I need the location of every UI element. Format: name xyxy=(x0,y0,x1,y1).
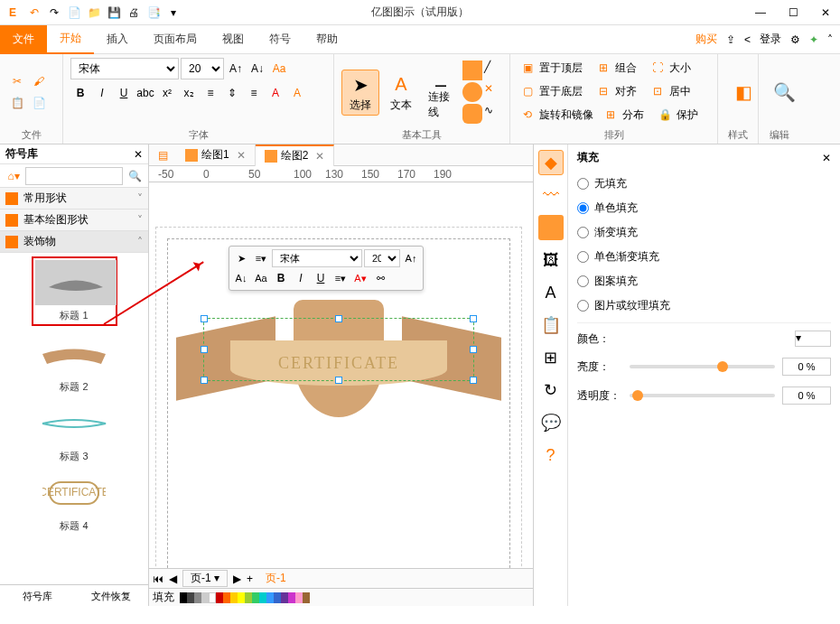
login-link[interactable]: 登录 xyxy=(760,32,781,47)
radio-picture-fill[interactable]: 图片或纹理填充 xyxy=(577,298,831,313)
bullets-icon[interactable]: ≡ xyxy=(201,83,220,103)
font-family-select[interactable]: 宋体 xyxy=(70,58,179,79)
style-button[interactable]: ◧ xyxy=(725,78,761,107)
font-size-select[interactable]: 20 xyxy=(181,58,224,79)
radio-solid-gradient-fill[interactable]: 单色渐变填充 xyxy=(577,249,831,265)
menu-symbol[interactable]: 符号 xyxy=(257,25,303,54)
buy-link[interactable]: 购买 xyxy=(695,32,717,47)
canvas[interactable]: CERTIFICATE ➤ ≡▾ 宋体 20 A↑ A↓ xyxy=(149,182,533,568)
open-icon[interactable]: 📁 xyxy=(85,4,103,22)
footer-tab-recovery[interactable]: 文件恢复 xyxy=(74,585,148,606)
add-page-button[interactable]: + xyxy=(247,573,253,585)
float-italic[interactable]: I xyxy=(292,269,310,287)
comments-tab-icon[interactable]: 💬 xyxy=(538,410,564,435)
layers-tab-icon[interactable]: ⊞ xyxy=(538,345,564,370)
floating-format-toolbar[interactable]: ➤ ≡▾ 宋体 20 A↑ A↓ Aa B I U ≡▾ A▾ ⚯ xyxy=(229,246,424,291)
close-tab-icon[interactable]: ✕ xyxy=(315,150,324,163)
lock-icon[interactable]: 🔒 xyxy=(655,105,675,125)
collapse-ribbon-icon[interactable]: ˄ xyxy=(827,33,833,46)
strike-button[interactable]: abc xyxy=(135,83,155,103)
float-link-icon[interactable]: ⚯ xyxy=(371,269,389,287)
menu-file[interactable]: 文件 xyxy=(0,25,47,54)
close-button[interactable]: ✕ xyxy=(815,6,836,19)
shadow-tab-icon[interactable] xyxy=(538,215,564,240)
align-icon[interactable]: ≡ xyxy=(244,83,264,103)
minimize-button[interactable]: — xyxy=(750,6,771,19)
rotate-icon[interactable]: ⟲ xyxy=(518,105,537,125)
page-next-icon[interactable]: ▶ xyxy=(233,573,241,585)
float-dec-font-icon[interactable]: A↓ xyxy=(232,269,250,287)
doc-tab-1[interactable]: 绘图1✕ xyxy=(176,144,256,166)
home-icon[interactable]: ⌂▾ xyxy=(4,166,23,186)
thumb-title-3[interactable]: 标题 3 xyxy=(32,399,117,465)
float-underline[interactable]: U xyxy=(312,269,330,287)
italic-button[interactable]: I xyxy=(92,83,112,103)
print-icon[interactable]: 🖨 xyxy=(125,4,143,22)
align-obj-icon[interactable]: ⊟ xyxy=(593,81,613,101)
group-icon[interactable]: ⊞ xyxy=(593,58,613,78)
fill-tab-icon[interactable]: ◆ xyxy=(538,150,564,175)
new-doc-icon[interactable]: 📄 xyxy=(65,4,83,22)
bring-front-icon[interactable]: ▣ xyxy=(518,58,537,78)
superscript-button[interactable]: x² xyxy=(157,83,177,103)
select-tool[interactable]: ➤选择 xyxy=(341,70,379,116)
qat-dropdown-icon[interactable]: ▾ xyxy=(164,4,182,22)
color-swatch[interactable]: ▾ xyxy=(795,331,831,347)
page-tab-1[interactable]: 页-1 xyxy=(258,571,294,586)
thumbnails-list[interactable]: 标题 1 标题 2 标题 3 CERTIFICATE 标题 4 xyxy=(0,253,148,584)
share2-icon[interactable]: < xyxy=(744,33,751,46)
radio-no-fill[interactable]: 无填充 xyxy=(577,176,831,191)
search-input[interactable] xyxy=(25,167,123,185)
shape-line[interactable]: ╱ xyxy=(484,61,504,80)
shape-cross[interactable]: ✕ xyxy=(484,82,504,102)
brightness-value[interactable]: 0 % xyxy=(782,358,831,376)
float-align-icon[interactable]: ≡▾ xyxy=(331,269,350,287)
float-case-icon[interactable]: Aa xyxy=(252,269,270,287)
send-back-icon[interactable]: ▢ xyxy=(518,81,537,101)
shape-rect[interactable] xyxy=(462,61,482,80)
decrease-font-icon[interactable]: A↓ xyxy=(247,59,267,79)
save-icon[interactable]: 💾 xyxy=(105,4,123,22)
brightness-slider[interactable] xyxy=(630,365,775,368)
tabs-menu-icon[interactable]: ▤ xyxy=(153,145,173,165)
opacity-slider[interactable] xyxy=(630,394,775,397)
float-size-select[interactable]: 20 xyxy=(364,249,400,267)
search-icon[interactable]: 🔍 xyxy=(125,166,145,186)
float-bold[interactable]: B xyxy=(272,269,290,287)
settings-gear-icon[interactable]: ⚙ xyxy=(790,33,800,46)
page-prev-icon[interactable]: ◀ xyxy=(169,573,177,585)
spacing-icon[interactable]: ⇕ xyxy=(222,83,242,103)
maximize-button[interactable]: ☐ xyxy=(782,6,804,19)
bold-button[interactable]: B xyxy=(70,83,90,103)
text-tool[interactable]: A文本 xyxy=(383,70,419,115)
text-tab-icon[interactable]: A xyxy=(538,280,564,305)
close-tab-icon[interactable]: ✕ xyxy=(237,149,246,162)
menu-view[interactable]: 视图 xyxy=(210,25,257,54)
line-tab-icon[interactable]: 〰 xyxy=(538,182,564,208)
radio-gradient-fill[interactable]: 渐变填充 xyxy=(577,225,831,240)
paste-icon[interactable]: ✂ xyxy=(7,71,27,91)
category-basic-shapes[interactable]: 基本绘图形状˅ xyxy=(0,210,148,231)
panel-close-icon[interactable]: ✕ xyxy=(134,148,143,161)
increase-font-icon[interactable]: A↑ xyxy=(226,59,246,79)
clipboard-icon[interactable]: 📄 xyxy=(29,93,49,113)
notes-tab-icon[interactable]: 📋 xyxy=(538,312,564,338)
font-color-icon[interactable]: A xyxy=(287,83,307,103)
share-icon[interactable]: ⇪ xyxy=(726,33,735,46)
underline-button[interactable]: U xyxy=(114,83,134,103)
panel-close-icon[interactable]: ✕ xyxy=(822,152,831,164)
menu-home[interactable]: 开始 xyxy=(47,25,94,54)
image-tab-icon[interactable]: 🖼 xyxy=(538,247,564,273)
export-icon[interactable]: 📑 xyxy=(145,4,163,22)
undo-icon[interactable]: ↶ xyxy=(25,4,43,22)
float-color-icon[interactable]: A▾ xyxy=(351,269,369,287)
page-dropdown[interactable]: 页-1 ▾ xyxy=(182,570,228,587)
color-palette-strip[interactable] xyxy=(180,592,310,603)
radio-pattern-fill[interactable]: 图案填充 xyxy=(577,274,831,289)
page-first-icon[interactable]: ⏮ xyxy=(153,573,163,585)
change-case-icon[interactable]: Aa xyxy=(269,59,289,79)
distribute-icon[interactable]: ⊞ xyxy=(601,105,621,125)
redo-icon[interactable]: ↷ xyxy=(45,4,63,22)
thumb-title-1[interactable]: 标题 1 xyxy=(32,256,117,326)
category-decorations[interactable]: 装饰物˄ xyxy=(0,231,148,253)
